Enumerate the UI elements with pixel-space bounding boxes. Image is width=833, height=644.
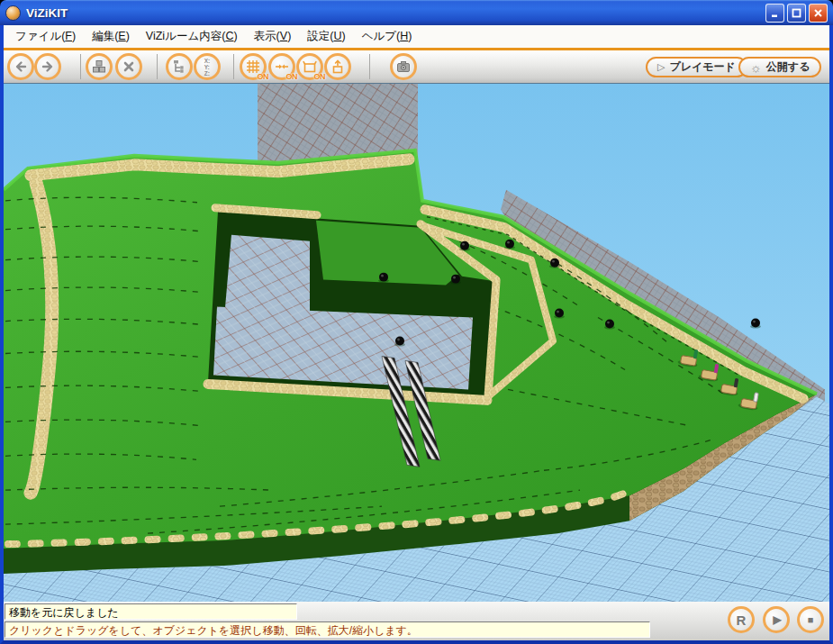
status-hint: クリックとドラッグをして、オブジェクトを選択し移動、回転、拡大/縮小します。 [5, 621, 650, 638]
forward-arrow-icon [40, 59, 56, 75]
grid-toggle-button[interactable]: ON [240, 53, 267, 80]
box-export-button[interactable] [324, 53, 351, 80]
minimize-button[interactable] [765, 4, 784, 23]
delete-x-icon [121, 59, 137, 75]
hierarchy-tree-icon [171, 59, 187, 75]
minimize-icon [770, 8, 780, 18]
menu-view[interactable]: 表示(V) [246, 26, 300, 47]
play-triangle-icon: ▷ [657, 61, 665, 73]
reset-button[interactable]: R [728, 606, 755, 633]
on-badge: ON [258, 72, 269, 81]
add-object-button[interactable] [86, 53, 113, 80]
delete-button[interactable] [115, 53, 142, 80]
back-arrow-icon [13, 59, 29, 75]
sun-icon: ☼ [750, 60, 762, 75]
coordinates-button[interactable]: X: Y: Z: [194, 53, 221, 80]
screenshot-button[interactable] [390, 53, 417, 80]
3d-viewport[interactable] [4, 83, 829, 602]
camera-icon [395, 59, 412, 75]
toolbar-separator [157, 54, 158, 79]
maximize-button[interactable] [787, 4, 806, 23]
play-mode-button[interactable]: ▷ プレイモード [646, 57, 747, 77]
undo-button[interactable] [7, 53, 34, 80]
close-icon [813, 8, 823, 18]
menu-edit[interactable]: 編集(E) [84, 26, 138, 47]
object-list-button[interactable] [166, 53, 193, 80]
snap-toggle-button[interactable]: ON [268, 53, 295, 80]
menu-help[interactable]: ヘルプ(H) [354, 26, 421, 47]
app-icon [5, 5, 21, 21]
on-badge: ON [286, 72, 298, 81]
publish-button[interactable]: ☼ 公開する [738, 57, 821, 77]
menu-settings[interactable]: 設定(U) [299, 26, 353, 47]
box-toggle-button[interactable]: ON [296, 53, 323, 80]
toolbar-separator [80, 54, 81, 79]
maximize-icon [792, 8, 801, 18]
menubar: ファイル(F) 編集(E) ViZiルーム内容(C) 表示(V) 設定(U) ヘ… [4, 25, 829, 48]
status-message: 移動を元に戻しました [5, 603, 297, 620]
play-mode-label: プレイモード [669, 59, 735, 75]
publish-label: 公開する [766, 59, 810, 75]
toolbar: X: Y: Z: ON ON ON [4, 48, 829, 83]
on-badge: ON [314, 72, 326, 81]
blocks-icon [91, 59, 107, 75]
stop-button[interactable]: ■ [797, 606, 824, 633]
scene-canvas[interactable] [4, 84, 829, 602]
redo-button[interactable] [34, 53, 61, 80]
toolbar-separator [369, 54, 370, 79]
menu-file[interactable]: ファイル(F) [7, 26, 84, 47]
menu-vizi-room-content[interactable]: ViZiルーム内容(C) [138, 26, 246, 47]
statusbar: 移動を元に戻しました クリックとドラッグをして、オブジェクトを選択し移動、回転、… [4, 602, 829, 640]
titlebar[interactable]: ViZiKIT [0, 0, 833, 25]
window-title: ViZiKIT [26, 6, 763, 20]
close-button[interactable] [809, 4, 828, 23]
box-up-arrow-icon [330, 59, 346, 75]
play-button[interactable]: ▶ [763, 606, 790, 633]
app-window: ViZiKIT ファイル(F) 編集(E) ViZiルーム内容(C) 表示(V)… [0, 0, 833, 644]
window-frame: ファイル(F) 編集(E) ViZiルーム内容(C) 表示(V) 設定(U) ヘ… [0, 25, 833, 644]
xyz-icon: X: Y: Z: [204, 58, 211, 77]
toolbar-separator [233, 54, 234, 79]
